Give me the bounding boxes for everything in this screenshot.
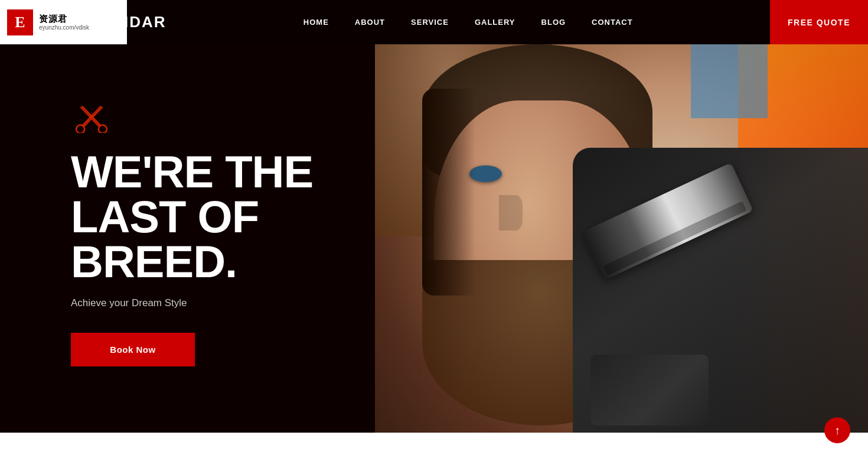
nav-item-contact[interactable]: CONTACT bbox=[579, 0, 646, 44]
nav-item-gallery[interactable]: GALLERY bbox=[462, 0, 528, 44]
brand-name: IDAR bbox=[124, 13, 167, 31]
logo-main-text: 资源君 bbox=[39, 14, 89, 24]
hero-title: WE'RE THE LAST OF BREED. bbox=[71, 150, 340, 284]
nav-item-home[interactable]: HOME bbox=[291, 0, 342, 44]
scroll-top-button[interactable]: ↑ bbox=[824, 417, 850, 443]
photo-color-overlay bbox=[375, 0, 868, 461]
logo-letter: E bbox=[7, 9, 33, 35]
nav-link-about[interactable]: ABOUT bbox=[342, 0, 398, 44]
nav-item-blog[interactable]: BLOG bbox=[528, 0, 579, 44]
nav-item-service[interactable]: SERVICE bbox=[398, 0, 462, 44]
logo-area: E 资源君 eyunzhu.com/vdisk IDAR bbox=[0, 0, 167, 44]
logo-sub-text: eyunzhu.com/vdisk bbox=[39, 24, 89, 31]
nav-item-about[interactable]: ABOUT bbox=[342, 0, 398, 44]
hero-photo-bg bbox=[375, 0, 868, 461]
hero-section: WE'RE THE LAST OF BREED. Achieve your Dr… bbox=[0, 0, 868, 461]
free-quote-button[interactable]: FREE QUOTE bbox=[770, 0, 868, 44]
navbar: E 资源君 eyunzhu.com/vdisk IDAR HOME ABOUT … bbox=[0, 0, 868, 44]
logo-text: 资源君 eyunzhu.com/vdisk bbox=[39, 14, 89, 31]
nav-link-service[interactable]: SERVICE bbox=[398, 0, 462, 44]
scissors-icon bbox=[71, 103, 112, 133]
hero-left: WE'RE THE LAST OF BREED. Achieve your Dr… bbox=[0, 0, 375, 461]
nav-link-gallery[interactable]: GALLERY bbox=[462, 0, 528, 44]
book-now-button[interactable]: Book Now bbox=[71, 333, 195, 366]
hero-subtitle: Achieve your Dream Style bbox=[71, 297, 340, 309]
bottom-strip bbox=[0, 433, 868, 461]
nav-link-contact[interactable]: CONTACT bbox=[579, 0, 646, 44]
svg-point-6 bbox=[90, 115, 93, 118]
nav-link-home[interactable]: HOME bbox=[291, 0, 342, 44]
nav-links: HOME ABOUT SERVICE GALLERY BLOG CONTACT bbox=[291, 0, 646, 44]
logo-box: E 资源君 eyunzhu.com/vdisk bbox=[0, 0, 127, 44]
nav-link-blog[interactable]: BLOG bbox=[528, 0, 579, 44]
hero-right bbox=[375, 0, 868, 461]
